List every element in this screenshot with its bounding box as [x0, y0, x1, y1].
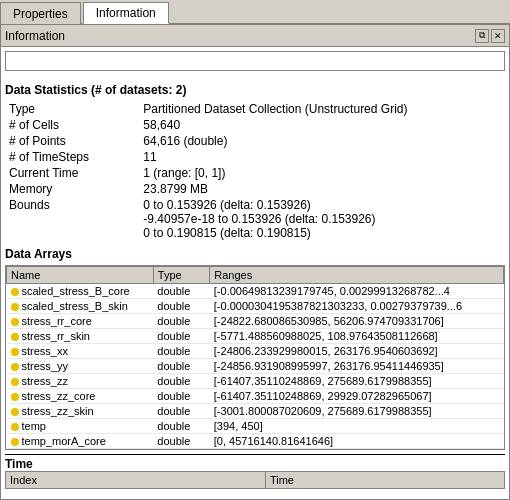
stat-label: # of TimeSteps	[5, 149, 139, 165]
stat-label: Bounds	[5, 197, 139, 241]
close-button[interactable]: ✕	[491, 29, 505, 43]
array-type: double	[153, 314, 209, 329]
arrays-table: Name Type Ranges scaled_stress_B_coredou…	[6, 266, 504, 449]
array-name: stress_rr_skin	[7, 329, 154, 344]
array-dot-icon	[11, 363, 19, 371]
array-dot-icon	[11, 318, 19, 326]
array-ranges: [-24806.233929980015, 263176.9540603692]	[210, 344, 504, 359]
array-ranges: [-24822.680086530985, 56206.974709331706…	[210, 314, 504, 329]
array-type: double	[153, 374, 209, 389]
panel-header-icons: ⧉ ✕	[475, 29, 505, 43]
data-arrays-header: Data Arrays	[5, 247, 505, 261]
stat-value: 64,616 (double)	[139, 133, 505, 149]
array-name: stress_zz_skin	[7, 404, 154, 419]
arrays-header-row: Name Type Ranges	[7, 267, 504, 284]
array-dot-icon	[11, 303, 19, 311]
tab-information[interactable]: Information	[83, 2, 169, 24]
tab-bar: Properties Information	[0, 0, 510, 24]
stat-value: Partitioned Dataset Collection (Unstruct…	[139, 101, 505, 117]
tab-properties[interactable]: Properties	[0, 2, 81, 24]
stat-row: # of TimeSteps11	[5, 149, 505, 165]
array-ranges: [394, 450]	[210, 419, 504, 434]
array-ranges: [-3001.800087020609, 275689.6179988355]	[210, 404, 504, 419]
array-dot-icon	[11, 438, 19, 446]
stat-label: Current Time	[5, 165, 139, 181]
array-dot-icon	[11, 288, 19, 296]
col-header-ranges: Ranges	[210, 267, 504, 284]
array-type: double	[153, 389, 209, 404]
search-input[interactable]	[5, 51, 505, 71]
array-dot-icon	[11, 408, 19, 416]
array-name: stress_yy	[7, 359, 154, 374]
array-name: temp	[7, 419, 154, 434]
array-row[interactable]: tempdouble[394, 450]	[7, 419, 504, 434]
array-name: scaled_stress_B_skin	[7, 299, 154, 314]
array-type: double	[153, 434, 209, 449]
array-ranges: [-0.0000304195387821303233, 0.0027937973…	[210, 299, 504, 314]
array-ranges: [-0.00649813239179745, 0.00299913268782.…	[210, 284, 504, 299]
array-type: double	[153, 404, 209, 419]
array-row[interactable]: stress_rr_coredouble[-24822.680086530985…	[7, 314, 504, 329]
stat-row: Current Time1 (range: [0, 1])	[5, 165, 505, 181]
time-table: Index Time	[5, 471, 505, 489]
stat-row: Bounds0 to 0.153926 (delta: 0.153926) -9…	[5, 197, 505, 241]
array-row[interactable]: scaled_stress_B_coredouble[-0.0064981323…	[7, 284, 504, 299]
stat-row: TypePartitioned Dataset Collection (Unst…	[5, 101, 505, 117]
stat-label: # of Points	[5, 133, 139, 149]
array-row[interactable]: stress_yydouble[-24856.931908995997, 263…	[7, 359, 504, 374]
array-row[interactable]: stress_zzdouble[-61407.35110248869, 2756…	[7, 374, 504, 389]
array-ranges: [-61407.35110248869, 29929.07282965067]	[210, 389, 504, 404]
stat-label: # of Cells	[5, 117, 139, 133]
stats-table: TypePartitioned Dataset Collection (Unst…	[5, 101, 505, 241]
array-dot-icon	[11, 348, 19, 356]
array-ranges: [-5771.488560988025, 108.97643508112668]	[210, 329, 504, 344]
stat-value: 0 to 0.153926 (delta: 0.153926) -9.40957…	[139, 197, 505, 241]
panel-content: Data Statistics (# of datasets: 2) TypeP…	[1, 47, 509, 499]
time-col-index: Index	[6, 472, 266, 489]
panel-header-title: Information	[5, 29, 65, 43]
array-ranges: [0, 45716140.81641646]	[210, 434, 504, 449]
time-section-header: Time	[5, 454, 505, 471]
array-row[interactable]: stress_zz_coredouble[-61407.35110248869,…	[7, 389, 504, 404]
array-type: double	[153, 419, 209, 434]
stat-row: # of Cells58,640	[5, 117, 505, 133]
stat-label: Memory	[5, 181, 139, 197]
array-name: stress_zz_core	[7, 389, 154, 404]
array-dot-icon	[11, 393, 19, 401]
array-type: double	[153, 359, 209, 374]
array-row[interactable]: temp_morA_coredouble[0, 45716140.8164164…	[7, 434, 504, 449]
array-row[interactable]: stress_xxdouble[-24806.233929980015, 263…	[7, 344, 504, 359]
array-type: double	[153, 284, 209, 299]
time-col-time: Time	[265, 472, 504, 489]
array-type: double	[153, 344, 209, 359]
stat-value: 58,640	[139, 117, 505, 133]
stat-label: Type	[5, 101, 139, 117]
array-row[interactable]: scaled_stress_B_skindouble[-0.0000304195…	[7, 299, 504, 314]
stat-row: Memory23.8799 MB	[5, 181, 505, 197]
float-button[interactable]: ⧉	[475, 29, 489, 43]
main-panel: Information ⧉ ✕ Data Statistics (# of da…	[0, 24, 510, 500]
col-header-name: Name	[7, 267, 154, 284]
stat-value: 11	[139, 149, 505, 165]
array-name: scaled_stress_B_core	[7, 284, 154, 299]
stat-value: 23.8799 MB	[139, 181, 505, 197]
data-statistics-header: Data Statistics (# of datasets: 2)	[5, 83, 505, 97]
array-row[interactable]: stress_rr_skindouble[-5771.488560988025,…	[7, 329, 504, 344]
array-name: stress_rr_core	[7, 314, 154, 329]
array-dot-icon	[11, 423, 19, 431]
panel-header: Information ⧉ ✕	[1, 25, 509, 47]
array-type: double	[153, 329, 209, 344]
array-dot-icon	[11, 333, 19, 341]
stat-row: # of Points64,616 (double)	[5, 133, 505, 149]
array-type: double	[153, 299, 209, 314]
array-name: temp_morA_core	[7, 434, 154, 449]
col-header-type: Type	[153, 267, 209, 284]
array-name: stress_zz	[7, 374, 154, 389]
array-name: stress_xx	[7, 344, 154, 359]
time-header-row: Index Time	[6, 472, 505, 489]
array-row[interactable]: stress_zz_skindouble[-3001.800087020609,…	[7, 404, 504, 419]
array-ranges: [-61407.35110248869, 275689.6179988355]	[210, 374, 504, 389]
arrays-container[interactable]: Name Type Ranges scaled_stress_B_coredou…	[5, 265, 505, 450]
stat-value: 1 (range: [0, 1])	[139, 165, 505, 181]
array-ranges: [-24856.931908995997, 263176.95411446935…	[210, 359, 504, 374]
